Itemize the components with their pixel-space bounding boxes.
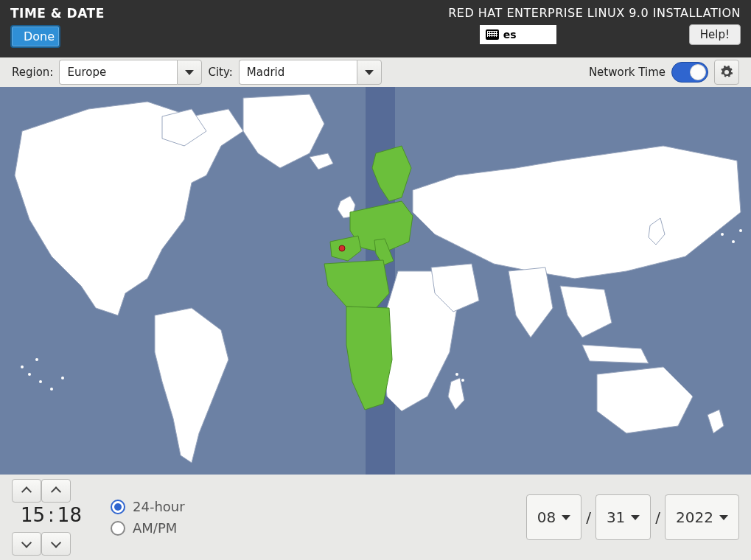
city-combobox[interactable]: Madrid xyxy=(239,60,382,85)
minutes-up-button[interactable] xyxy=(41,479,71,503)
product-label: RED HAT ENTERPRISE LINUX 9.0 INSTALLATIO… xyxy=(448,6,741,20)
selected-scandinavia xyxy=(372,146,411,201)
header-actions: es Help! xyxy=(480,24,741,45)
timezone-toolbar: Region: Europe City: Madrid Network Time xyxy=(0,57,751,87)
region-value[interactable]: Europe xyxy=(59,60,177,85)
svg-point-5 xyxy=(35,358,38,361)
day-value: 31 xyxy=(607,508,625,526)
network-time-label: Network Time xyxy=(589,66,666,79)
switch-knob xyxy=(690,64,706,80)
region-label: Region: xyxy=(12,66,53,79)
world-map-svg xyxy=(0,87,751,475)
header: TIME & DATE Done RED HAT ENTERPRISE LINU… xyxy=(0,0,751,57)
keyboard-layout-label: es xyxy=(503,29,517,41)
region-dropdown-button[interactable] xyxy=(177,60,202,85)
radio-icon xyxy=(111,500,125,514)
radio-ampm-label: AM/PM xyxy=(133,520,177,536)
date-separator-1: / xyxy=(586,508,591,526)
europe-east xyxy=(413,146,741,279)
month-select[interactable]: 08 xyxy=(526,494,581,540)
keyboard-layout-indicator[interactable]: es xyxy=(480,25,556,44)
svg-point-9 xyxy=(721,233,724,236)
bottom-bar: 15 : 18 24-hour AM/PM 08 / 31 / 2022 xyxy=(0,475,751,560)
se-asia xyxy=(560,286,612,337)
selected-north-africa xyxy=(324,260,389,308)
time-hours: 15 xyxy=(21,504,45,526)
year-value: 2022 xyxy=(676,508,713,526)
city-dropdown-button[interactable] xyxy=(357,60,382,85)
selected-central-africa xyxy=(346,307,392,410)
day-select[interactable]: 31 xyxy=(595,494,651,540)
iceland xyxy=(310,153,333,169)
madagascar xyxy=(448,378,464,410)
region-combobox[interactable]: Europe xyxy=(59,60,202,85)
date-group: 08 / 31 / 2022 xyxy=(526,494,739,540)
radio-ampm[interactable]: AM/PM xyxy=(111,520,185,536)
done-button[interactable]: Done xyxy=(10,25,60,48)
time-minutes: 18 xyxy=(57,504,82,526)
radio-24-hour[interactable]: 24-hour xyxy=(111,499,185,514)
svg-point-1 xyxy=(28,373,31,376)
selected-spain xyxy=(330,236,361,261)
help-button[interactable]: Help! xyxy=(689,24,741,45)
chevron-down-icon xyxy=(185,70,194,75)
chevron-down-icon xyxy=(631,515,640,520)
city-label: City: xyxy=(208,66,232,79)
indonesia xyxy=(582,345,649,363)
header-right: RED HAT ENTERPRISE LINUX 9.0 INSTALLATIO… xyxy=(448,6,741,52)
north-america xyxy=(15,102,243,315)
selected-city-pin xyxy=(339,245,345,251)
chevron-down-icon xyxy=(21,538,32,548)
svg-point-2 xyxy=(39,380,42,383)
date-separator-2: / xyxy=(655,508,660,526)
gear-icon xyxy=(720,66,733,79)
svg-point-10 xyxy=(732,240,735,243)
city-value[interactable]: Madrid xyxy=(239,60,357,85)
page-title: TIME & DATE xyxy=(10,6,105,21)
time-display: 15 : 18 xyxy=(21,504,82,526)
minutes-down-button[interactable] xyxy=(41,532,71,556)
svg-point-3 xyxy=(50,388,53,391)
ntp-settings-button[interactable] xyxy=(714,60,739,85)
svg-point-11 xyxy=(739,229,742,232)
india xyxy=(509,267,553,337)
chevron-down-icon xyxy=(51,538,61,548)
chevron-up-icon xyxy=(51,486,61,497)
radio-24-hour-label: 24-hour xyxy=(133,499,185,514)
chevron-up-icon xyxy=(21,486,32,497)
time-format-group: 24-hour AM/PM xyxy=(111,499,185,536)
header-left: TIME & DATE Done xyxy=(10,6,105,52)
chevron-down-icon xyxy=(562,515,570,520)
timezone-map[interactable] xyxy=(0,87,751,475)
chevron-down-icon xyxy=(365,70,374,75)
year-select[interactable]: 2022 xyxy=(665,494,739,540)
keyboard-icon xyxy=(486,29,499,40)
hours-down-button[interactable] xyxy=(12,532,41,556)
svg-point-12 xyxy=(455,373,458,376)
time-separator: : xyxy=(45,504,57,526)
south-america xyxy=(155,308,228,463)
network-time-toggle[interactable] xyxy=(671,62,708,83)
svg-point-0 xyxy=(21,365,24,368)
new-zealand xyxy=(708,410,724,433)
svg-point-13 xyxy=(461,379,464,382)
svg-point-4 xyxy=(61,377,64,379)
hours-up-button[interactable] xyxy=(12,479,41,503)
radio-icon xyxy=(111,521,125,536)
chevron-down-icon xyxy=(719,515,728,520)
australia xyxy=(597,367,693,433)
month-value: 08 xyxy=(537,508,556,526)
